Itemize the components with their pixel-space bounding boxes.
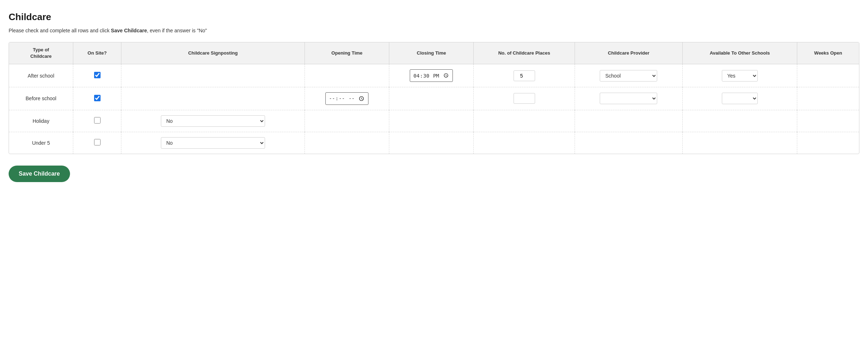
cell-opening-time[interactable] xyxy=(305,132,389,154)
childcare-table-wrapper: Type ofChildcare On Site? Childcare Sign… xyxy=(9,42,859,154)
cell-onsite[interactable] xyxy=(73,132,121,154)
cell-provider[interactable]: SchoolPrivateVoluntaryOther xyxy=(575,87,682,110)
places-input[interactable] xyxy=(514,93,535,104)
cell-available[interactable]: YesNo xyxy=(683,64,797,87)
cell-closing-time[interactable] xyxy=(389,64,474,87)
cell-opening-time[interactable] xyxy=(305,87,389,110)
cell-closing-time[interactable] xyxy=(389,110,474,132)
col-onsite: On Site? xyxy=(73,42,121,64)
cell-type: After school xyxy=(9,64,73,87)
onsite-checkbox[interactable] xyxy=(94,117,101,124)
cell-weeks-open[interactable] xyxy=(797,132,859,154)
cell-closing-time[interactable] xyxy=(389,132,474,154)
col-type: Type ofChildcare xyxy=(9,42,73,64)
cell-signposting[interactable]: NoYes xyxy=(121,110,305,132)
table-row: After schoolSchoolPrivateVoluntaryOtherY… xyxy=(9,64,859,87)
table-body: After schoolSchoolPrivateVoluntaryOtherY… xyxy=(9,64,859,154)
cell-weeks-open[interactable] xyxy=(797,87,859,110)
cell-onsite[interactable] xyxy=(73,64,121,87)
cell-signposting[interactable] xyxy=(121,87,305,110)
cell-places[interactable] xyxy=(474,87,575,110)
cell-available[interactable]: YesNo xyxy=(683,87,797,110)
provider-select[interactable]: SchoolPrivateVoluntaryOther xyxy=(600,70,657,82)
cell-provider[interactable] xyxy=(575,110,682,132)
table-row: Under 5NoYes xyxy=(9,132,859,154)
cell-onsite[interactable] xyxy=(73,110,121,132)
opening-time-input[interactable] xyxy=(325,92,368,105)
signposting-select[interactable]: NoYes xyxy=(161,115,265,127)
cell-type: Holiday xyxy=(9,110,73,132)
provider-select[interactable]: SchoolPrivateVoluntaryOther xyxy=(600,93,657,104)
cell-places[interactable] xyxy=(474,64,575,87)
col-available: Available To Other Schools xyxy=(683,42,797,64)
onsite-checkbox[interactable] xyxy=(94,72,101,78)
cell-signposting[interactable]: NoYes xyxy=(121,132,305,154)
col-closing: Closing Time xyxy=(389,42,474,64)
col-places: No. of Childcare Places xyxy=(474,42,575,64)
col-weeks: Weeks Open xyxy=(797,42,859,64)
cell-provider[interactable]: SchoolPrivateVoluntaryOther xyxy=(575,64,682,87)
cell-provider[interactable] xyxy=(575,132,682,154)
cell-weeks-open[interactable] xyxy=(797,64,859,87)
cell-type: Under 5 xyxy=(9,132,73,154)
page-title: Childcare xyxy=(9,11,859,23)
cell-signposting[interactable] xyxy=(121,64,305,87)
cell-places[interactable] xyxy=(474,110,575,132)
cell-closing-time[interactable] xyxy=(389,87,474,110)
table-row: HolidayNoYes xyxy=(9,110,859,132)
cell-onsite[interactable] xyxy=(73,87,121,110)
cell-opening-time[interactable] xyxy=(305,64,389,87)
cell-opening-time[interactable] xyxy=(305,110,389,132)
page-subtitle: Please check and complete all rows and c… xyxy=(9,28,859,33)
available-select[interactable]: YesNo xyxy=(722,93,758,104)
places-input[interactable] xyxy=(514,70,535,81)
table-header: Type ofChildcare On Site? Childcare Sign… xyxy=(9,42,859,64)
save-childcare-button[interactable]: Save Childcare xyxy=(9,166,70,182)
signposting-select[interactable]: NoYes xyxy=(161,137,265,149)
cell-places[interactable] xyxy=(474,132,575,154)
cell-type: Before school xyxy=(9,87,73,110)
cell-weeks-open[interactable] xyxy=(797,110,859,132)
available-select[interactable]: YesNo xyxy=(722,70,758,82)
onsite-checkbox[interactable] xyxy=(94,139,101,145)
onsite-checkbox[interactable] xyxy=(94,95,101,101)
closing-time-input[interactable] xyxy=(410,69,453,82)
col-signposting: Childcare Signposting xyxy=(121,42,305,64)
childcare-table: Type ofChildcare On Site? Childcare Sign… xyxy=(9,42,859,154)
cell-available[interactable] xyxy=(683,110,797,132)
col-provider: Childcare Provider xyxy=(575,42,682,64)
col-opening: Opening Time xyxy=(305,42,389,64)
table-row: Before schoolSchoolPrivateVoluntaryOther… xyxy=(9,87,859,110)
cell-available[interactable] xyxy=(683,132,797,154)
